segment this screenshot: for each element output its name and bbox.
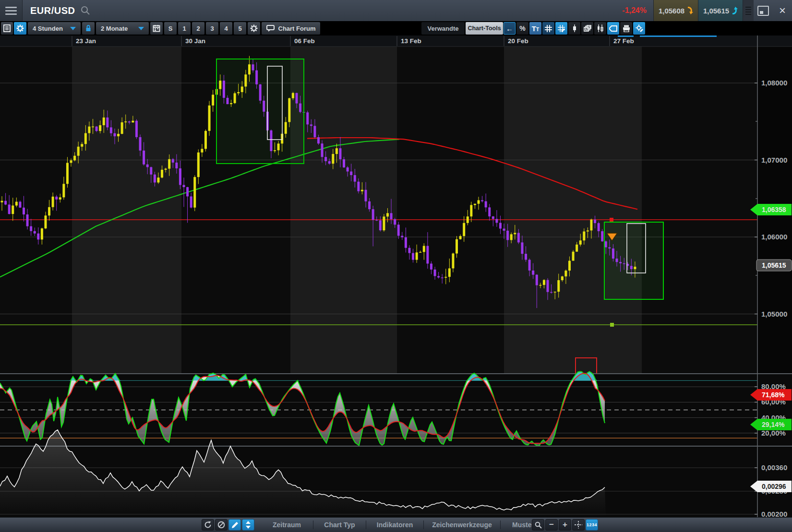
speed-button-4[interactable]: 4 bbox=[220, 22, 232, 35]
windows-button[interactable] bbox=[581, 22, 593, 35]
candlestick-icon bbox=[571, 24, 578, 32]
grid-button[interactable] bbox=[542, 22, 554, 35]
zoom-out-button[interactable]: − bbox=[545, 519, 558, 531]
svg-text:0,00296: 0,00296 bbox=[762, 483, 786, 490]
date-label: 23 Jan bbox=[76, 37, 96, 45]
sell-price-button[interactable]: 1,05608 bbox=[653, 0, 698, 21]
close-button[interactable]: × bbox=[773, 0, 792, 21]
chevron-down-icon bbox=[138, 27, 144, 30]
tab-label: Chart-Tools bbox=[468, 25, 501, 32]
sell-price: 1,05608 bbox=[659, 7, 684, 15]
speed-button-3[interactable]: 3 bbox=[206, 22, 218, 35]
list-icon bbox=[3, 24, 11, 32]
drag-grip[interactable] bbox=[743, 0, 754, 21]
buy-price-button[interactable]: 1,05615 bbox=[698, 0, 743, 21]
lock-icon bbox=[85, 24, 92, 32]
print-button[interactable] bbox=[620, 22, 632, 35]
chart-forum-button[interactable]: Chart Forum bbox=[262, 22, 320, 35]
percent-scale-button[interactable]: % bbox=[516, 22, 528, 35]
menu-label: Muster bbox=[512, 521, 534, 529]
settings-button[interactable] bbox=[248, 22, 260, 35]
pencil-icon bbox=[231, 521, 239, 529]
stochastic-d-tag: 71,68% bbox=[750, 389, 792, 401]
show-values-button[interactable]: 1234 bbox=[586, 519, 598, 531]
undo-button[interactable]: ← bbox=[504, 22, 516, 35]
menu-zeichenwerkzeuge[interactable]: Zeichenwerkzeuge bbox=[425, 519, 499, 531]
disable-drawings-button[interactable] bbox=[215, 519, 228, 531]
axis-label: 0,00360 bbox=[761, 463, 787, 472]
date-label: 27 Feb bbox=[613, 37, 634, 45]
calendar-button[interactable] bbox=[150, 22, 163, 35]
speed-label: 5 bbox=[238, 25, 241, 32]
gear-pencil-icon bbox=[636, 24, 643, 32]
speed-button-s[interactable]: S bbox=[164, 22, 177, 35]
grid-edit-button[interactable] bbox=[555, 22, 567, 35]
grid-icon bbox=[545, 25, 552, 32]
tab-chart-tools[interactable]: Chart-Tools bbox=[466, 22, 503, 35]
line-handle-dot[interactable] bbox=[610, 323, 614, 327]
speed-label: S bbox=[168, 25, 173, 32]
speed-label: 4 bbox=[224, 25, 228, 32]
line-handle-dot[interactable] bbox=[610, 218, 613, 222]
date-axis: 23 Jan30 Jan06 Feb13 Feb20 Feb27 Feb bbox=[0, 35, 792, 47]
slash-circle-icon bbox=[217, 521, 225, 529]
chart-settings-button[interactable] bbox=[14, 22, 26, 35]
popout-button[interactable] bbox=[754, 0, 773, 21]
crosshair-button[interactable] bbox=[572, 519, 585, 531]
indicator-price-tag: 1,06358 bbox=[750, 204, 792, 215]
chevron-down-icon bbox=[70, 27, 76, 30]
compare-candles-icon bbox=[597, 24, 604, 32]
compare-button[interactable] bbox=[594, 22, 606, 35]
crosshair-icon bbox=[575, 521, 582, 529]
speed-label: 3 bbox=[210, 25, 214, 32]
speed-label: 1 bbox=[182, 25, 186, 32]
windows-icon bbox=[584, 25, 591, 32]
scale-mode-button[interactable] bbox=[242, 519, 254, 531]
chart-forum-label: Chart Forum bbox=[278, 25, 316, 32]
arrow-down-icon bbox=[687, 7, 693, 14]
current-price-tag: 1,05615 bbox=[756, 260, 792, 271]
news-list-button[interactable] bbox=[1, 22, 13, 35]
speed-button-5[interactable]: 5 bbox=[234, 22, 246, 35]
back-arrow-icon: ← bbox=[506, 24, 513, 33]
range-value: 2 Monate bbox=[101, 25, 128, 32]
gear-icon bbox=[16, 24, 24, 32]
menu-chart-typ[interactable]: Chart Typ bbox=[314, 519, 365, 531]
speed-button-2[interactable]: 2 bbox=[192, 22, 204, 35]
menu-label: Zeichenwerkzeuge bbox=[432, 521, 492, 529]
menu-label: Indikatoren bbox=[377, 521, 413, 529]
date-label: 06 Feb bbox=[294, 37, 315, 45]
chart-canvas[interactable]: 23 Jan30 Jan06 Feb13 Feb20 Feb27 Feb1,08… bbox=[0, 35, 792, 517]
tool-settings-button[interactable] bbox=[633, 22, 645, 35]
eraser-icon bbox=[609, 25, 617, 32]
menu-indikatoren[interactable]: Indikatoren bbox=[367, 519, 422, 531]
close-icon: × bbox=[779, 4, 786, 17]
chat-bubble-icon bbox=[266, 25, 275, 32]
tab-verwandte[interactable]: Verwandte bbox=[421, 22, 465, 35]
refresh-icon bbox=[204, 521, 212, 529]
axis-label: 1,07000 bbox=[761, 156, 787, 164]
up-down-arrows-icon bbox=[245, 521, 252, 529]
chart-toolbar: 4 Stunden 2 Monate S 1 2 3 4 5 Chart For… bbox=[0, 22, 792, 35]
refresh-button[interactable] bbox=[202, 519, 214, 531]
menu-label: Zeitraum bbox=[273, 521, 301, 529]
values-badge: 1234 bbox=[587, 522, 597, 527]
search-icon[interactable] bbox=[80, 0, 91, 21]
candle-type-button[interactable] bbox=[568, 22, 580, 35]
range-dropdown[interactable]: 2 Monate bbox=[96, 22, 149, 35]
speed-button-1[interactable]: 1 bbox=[178, 22, 191, 35]
grid-pencil-icon bbox=[558, 25, 565, 32]
interval-dropdown[interactable]: 4 Stunden bbox=[28, 22, 81, 35]
hamburger-menu-button[interactable] bbox=[0, 0, 23, 21]
zoom-in-button[interactable]: + bbox=[559, 519, 571, 531]
text-tool-icon: TT bbox=[532, 24, 539, 33]
menu-zeitraum[interactable]: Zeitraum bbox=[262, 519, 312, 531]
eraser-button[interactable] bbox=[607, 22, 619, 35]
lock-button[interactable] bbox=[82, 22, 95, 35]
zoom-select-button[interactable] bbox=[532, 519, 544, 531]
draw-button[interactable] bbox=[228, 519, 241, 531]
axis-label: 1,05000 bbox=[761, 310, 787, 318]
text-tool-button[interactable]: TT bbox=[529, 22, 541, 35]
atr-value-tag: 0,00296 bbox=[750, 481, 792, 492]
gear-icon bbox=[250, 24, 258, 32]
